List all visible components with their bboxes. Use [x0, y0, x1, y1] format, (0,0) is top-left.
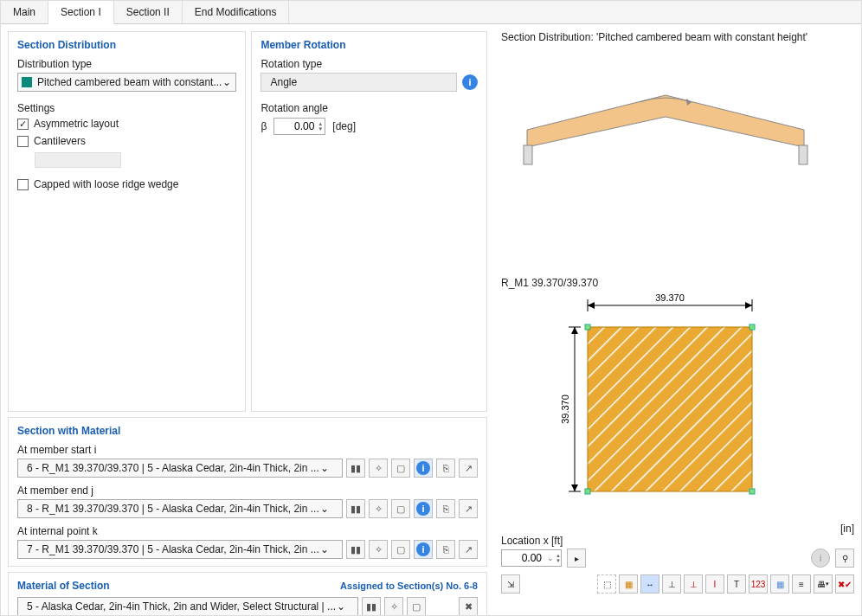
- member-rotation-title: Member Rotation: [261, 39, 478, 51]
- folder-button[interactable]: ▢: [407, 597, 426, 615]
- tab-section-i[interactable]: Section I: [48, 1, 114, 24]
- view-list-button[interactable]: ≡: [792, 574, 811, 594]
- cantilevers-disabled-field: [35, 152, 121, 168]
- svg-rect-19: [749, 489, 755, 494]
- pick-button[interactable]: ↗: [459, 540, 478, 559]
- settings-label: Settings: [17, 102, 236, 114]
- section-start-value: 6 - R_M1 39.370/39.370 | 5 - Alaska Ceda…: [27, 462, 319, 474]
- view-principal-button[interactable]: ⊥: [684, 574, 703, 594]
- location-x-field[interactable]: [502, 552, 545, 564]
- folder-button[interactable]: ▢: [391, 459, 410, 478]
- beta-input[interactable]: ▲▼: [273, 118, 325, 135]
- svg-rect-18: [585, 489, 590, 494]
- location-step-button[interactable]: ▸: [567, 549, 586, 568]
- view-solid-button[interactable]: ▦: [619, 574, 638, 594]
- dim-left: 39.370: [560, 395, 570, 424]
- view-grid-button[interactable]: ▦: [770, 574, 789, 594]
- copy-button[interactable]: ⎘: [436, 540, 455, 559]
- svg-rect-2: [799, 145, 807, 164]
- svg-marker-9: [745, 302, 752, 309]
- distribution-swatch-icon: [22, 77, 32, 87]
- section-with-material-title: Section with Material: [17, 425, 478, 437]
- section-end-value: 8 - R_M1 39.370/39.370 | 5 - Alaska Ceda…: [27, 503, 319, 515]
- chevron-down-icon: ⌄: [319, 503, 330, 515]
- location-x-input[interactable]: ⌄ ▲▼: [501, 549, 562, 567]
- info-button[interactable]: i: [414, 499, 433, 518]
- rotation-angle-label: Rotation angle: [261, 102, 478, 114]
- library-button[interactable]: ▮▮: [346, 459, 365, 478]
- asymmetric-layout-checkbox[interactable]: [17, 119, 29, 130]
- info-icon[interactable]: i: [462, 74, 478, 90]
- print-button[interactable]: 🖶▾: [814, 574, 833, 594]
- beam-preview: [501, 52, 854, 277]
- asymmetric-layout-label: Asymmetric layout: [34, 118, 119, 130]
- unit-label: [in]: [840, 523, 854, 535]
- member-start-label: At member start i: [17, 444, 478, 456]
- filter-button[interactable]: ⚲: [835, 549, 854, 568]
- capped-ridge-checkbox[interactable]: [17, 179, 29, 190]
- section-start-dropdown[interactable]: 6 - R_M1 39.370/39.370 | 5 - Alaska Ceda…: [17, 459, 343, 478]
- section-k-dropdown[interactable]: 7 - R_M1 39.370/39.370 | 5 - Alaska Ceda…: [17, 540, 343, 559]
- info-button[interactable]: i: [414, 459, 433, 478]
- section-end-dropdown[interactable]: 8 - R_M1 39.370/39.370 | 5 - Alaska Ceda…: [17, 499, 343, 518]
- cantilevers-checkbox[interactable]: [17, 136, 29, 147]
- beta-spinner[interactable]: ▲▼: [318, 121, 325, 132]
- section-with-material-panel: Section with Material At member start i …: [8, 417, 487, 567]
- preview-title: Section Distribution: 'Pitched cambered …: [501, 31, 854, 43]
- delete-button[interactable]: ✖: [459, 597, 478, 615]
- svg-rect-1: [524, 145, 532, 164]
- svg-marker-13: [571, 327, 578, 334]
- distribution-type-dropdown[interactable]: Pitched cambered beam with constant... ⌄: [17, 73, 236, 92]
- pick-button[interactable]: ↗: [459, 499, 478, 518]
- beta-input-field[interactable]: [274, 120, 318, 132]
- svg-rect-17: [749, 324, 755, 330]
- view-wireframe-button[interactable]: ⬚: [597, 574, 616, 594]
- svg-marker-14: [571, 484, 578, 491]
- rotation-type-field: Angle: [261, 73, 457, 92]
- library-button[interactable]: ▮▮: [346, 499, 365, 518]
- new-button[interactable]: ✧: [384, 597, 403, 615]
- section-k-value: 7 - R_M1 39.370/39.370 | 5 - Alaska Ceda…: [27, 543, 319, 555]
- svg-marker-8: [588, 302, 595, 309]
- library-button[interactable]: ▮▮: [362, 597, 381, 615]
- tab-bar: Main Section I Section II End Modificati…: [1, 1, 861, 24]
- member-rotation-panel: Member Rotation Rotation type Angle i Ro…: [251, 31, 487, 412]
- chevron-down-icon: ⌄: [319, 462, 330, 474]
- location-x-spinner[interactable]: ▲▼: [556, 553, 563, 563]
- rotation-type-value: Angle: [270, 76, 297, 88]
- chevron-down-icon: ⌄: [336, 600, 346, 613]
- export-button[interactable]: ⇲: [501, 574, 520, 594]
- section-distribution-title: Section Distribution: [17, 39, 236, 51]
- tab-end-modifications[interactable]: End Modifications: [183, 1, 290, 23]
- view-i-button[interactable]: I: [705, 574, 724, 594]
- internal-point-label: At internal point k: [17, 525, 478, 537]
- dim-top: 39.370: [655, 292, 685, 303]
- beta-symbol: β: [261, 120, 267, 132]
- material-dropdown[interactable]: 5 - Alaska Cedar, 2in-4in Thick, 2in and…: [17, 597, 358, 615]
- new-button[interactable]: ✧: [369, 459, 388, 478]
- new-button[interactable]: ✧: [369, 499, 388, 518]
- info-button[interactable]: i: [414, 540, 433, 559]
- folder-button[interactable]: ▢: [391, 499, 410, 518]
- copy-button[interactable]: ⎘: [436, 499, 455, 518]
- chevron-down-icon: ⌄: [319, 543, 330, 555]
- cantilevers-label: Cantilevers: [34, 135, 86, 147]
- copy-button[interactable]: ⎘: [436, 459, 455, 478]
- view-axes-button[interactable]: ⊥: [662, 574, 681, 594]
- info-disabled-icon: i: [811, 549, 830, 568]
- capped-ridge-label: Capped with loose ridge wedge: [34, 178, 178, 190]
- view-dimension-button[interactable]: ↔: [640, 574, 659, 594]
- folder-button[interactable]: ▢: [391, 540, 410, 559]
- distribution-type-label: Distribution type: [17, 58, 236, 70]
- tab-section-ii[interactable]: Section II: [114, 1, 183, 23]
- svg-rect-16: [585, 324, 590, 330]
- view-t-button[interactable]: T: [727, 574, 746, 594]
- pick-button[interactable]: ↗: [459, 459, 478, 478]
- new-button[interactable]: ✧: [369, 540, 388, 559]
- rotation-type-label: Rotation type: [261, 58, 478, 70]
- settings-button[interactable]: ✖✔: [835, 574, 854, 594]
- library-button[interactable]: ▮▮: [346, 540, 365, 559]
- tab-main[interactable]: Main: [1, 1, 48, 23]
- svg-rect-15: [588, 327, 752, 491]
- view-numbers-button[interactable]: 123: [749, 574, 768, 594]
